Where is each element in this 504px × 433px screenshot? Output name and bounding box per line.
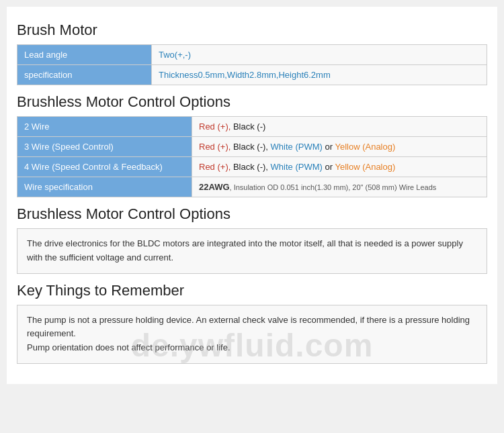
brushless-options-table: 2 Wire Red (+), Black (-) 3 Wire (Speed … <box>17 116 487 197</box>
key-things-line2: Pump orientation does not affect perform… <box>27 341 477 355</box>
lead-angle-text: Two(+,-) <box>159 50 191 60</box>
4wire-value: Red (+), Black (-), White (PWM) or Yello… <box>192 157 487 177</box>
2wire-black: Black (-) <box>233 122 265 132</box>
brushless-description-text: The drive electronics for the BLDC motor… <box>27 237 477 265</box>
key-things-box: The pump is not a pressure holding devic… <box>17 305 487 364</box>
brushless-options-heading: Brushless Motor Control Options <box>17 93 487 111</box>
brush-motor-heading: Brush Motor <box>17 21 487 39</box>
key-things-line1: The pump is not a pressure holding devic… <box>27 314 477 342</box>
table-row: Lead angle Two(+,-) <box>17 45 487 65</box>
3wire-label: 3 Wire (Speed Control) <box>17 137 192 157</box>
3wire-or: or <box>325 142 333 152</box>
3wire-yellow: Yellow (Analog) <box>335 142 395 152</box>
3wire-black: Black (-), <box>233 142 268 152</box>
4wire-black: Black (-), <box>233 162 268 172</box>
key-things-heading: Key Things to Remember <box>17 282 487 299</box>
wirespec-main: 22AWG <box>199 182 230 192</box>
brush-motor-table: Lead angle Two(+,-) specification Thickn… <box>17 44 487 85</box>
4wire-yellow: Yellow (Analog) <box>335 162 395 172</box>
table-row: 2 Wire Red (+), Black (-) <box>17 117 487 137</box>
2wire-value: Red (+), Black (-) <box>192 117 487 137</box>
lead-angle-label: Lead angle <box>17 45 152 65</box>
wirespec-label: Wire specification <box>17 177 192 197</box>
table-row: 4 Wire (Speed Control & Feedback) Red (+… <box>17 157 487 177</box>
wirespec-value: 22AWG, Insulation OD 0.051 inch(1.30 mm)… <box>192 177 487 197</box>
table-row: specification Thickness0.5mm,Width2.8mm,… <box>17 65 487 85</box>
specification-value: Thickness0.5mm,Width2.8mm,Height6.2mm <box>152 65 487 85</box>
3wire-red: Red (+), <box>199 142 230 152</box>
table-row: Wire specification 22AWG, Insulation OD … <box>17 177 487 197</box>
4wire-or: or <box>325 162 333 172</box>
lead-angle-value: Two(+,-) <box>152 45 487 65</box>
4wire-label: 4 Wire (Speed Control & Feedback) <box>17 157 192 177</box>
3wire-white: White (PWM) <box>271 142 323 152</box>
brushless-description-box: The drive electronics for the BLDC motor… <box>17 228 487 274</box>
2wire-red: Red (+), <box>199 122 230 132</box>
specification-text: Thickness0.5mm,Width2.8mm,Height6.2mm <box>159 70 331 80</box>
4wire-white: White (PWM) <box>271 162 323 172</box>
wirespec-sub: , Insulation OD 0.051 inch(1.30 mm), 20"… <box>230 183 437 191</box>
specification-label: specification <box>17 65 152 85</box>
table-row: 3 Wire (Speed Control) Red (+), Black (-… <box>17 137 487 157</box>
brushless-description-heading: Brushless Motor Control Options <box>17 205 487 223</box>
page-wrapper: Brush Motor Lead angle Two(+,-) specific… <box>7 7 497 384</box>
2wire-label: 2 Wire <box>17 117 192 137</box>
3wire-value: Red (+), Black (-), White (PWM) or Yello… <box>192 137 487 157</box>
4wire-red: Red (+), <box>199 162 230 172</box>
